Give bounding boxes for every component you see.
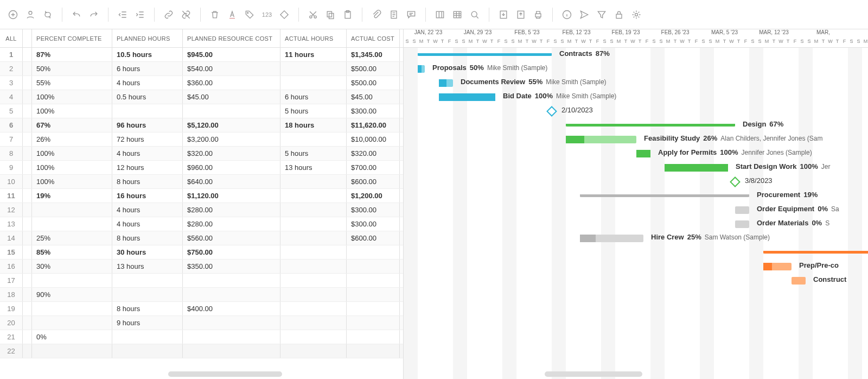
task-bar[interactable]	[792, 277, 806, 285]
cell-percent[interactable]	[32, 316, 112, 330]
cell-planned-hours[interactable]: 6 hours	[112, 62, 183, 75]
cell-planned-cost[interactable]: $750.00	[183, 245, 280, 259]
cell-actual-hours[interactable]: 6 hours	[280, 90, 347, 104]
cell-actual-hours[interactable]	[280, 316, 347, 330]
cell-actual-cost[interactable]	[347, 344, 400, 358]
tag-icon[interactable]	[242, 7, 257, 22]
cell-percent[interactable]: 0%	[32, 330, 112, 344]
cell-actual-hours[interactable]: 5 hours	[280, 147, 347, 160]
cell-actual-cost[interactable]: $300.00	[347, 217, 400, 231]
cell-planned-hours[interactable]: 16 hours	[112, 189, 183, 203]
cell-actual-cost[interactable]: $500.00	[347, 76, 400, 90]
table-row[interactable]: 355%4 hours$360.00$500.00	[0, 76, 403, 90]
cell-planned-hours[interactable]: 12 hours	[112, 161, 183, 174]
assign-icon[interactable]	[23, 7, 38, 22]
cell-actual-cost[interactable]: $10,000.00	[347, 132, 400, 146]
outdent-icon[interactable]	[115, 7, 130, 22]
cell-actual-hours[interactable]: 13 hours	[280, 161, 347, 174]
cell-planned-cost[interactable]	[183, 288, 280, 301]
link-icon[interactable]	[161, 7, 176, 22]
cell-percent[interactable]	[32, 344, 112, 358]
task-bar[interactable]	[735, 220, 749, 228]
cell-actual-cost[interactable]: $300.00	[347, 203, 400, 217]
copy-icon[interactable]	[323, 7, 338, 22]
col-actual-hours[interactable]: ACTUAL HOURS	[280, 29, 347, 47]
cell-actual-cost[interactable]: $300.00	[347, 104, 400, 118]
cell-planned-hours[interactable]: 72 hours	[112, 132, 183, 146]
cell-planned-hours[interactable]	[112, 288, 183, 301]
cell-percent[interactable]	[32, 302, 112, 315]
zoom-icon[interactable]	[467, 7, 482, 22]
print-icon[interactable]	[531, 7, 546, 22]
grid-icon[interactable]	[450, 7, 465, 22]
col-all[interactable]: ALL	[0, 29, 23, 47]
cell-actual-cost[interactable]: $1,345.00	[347, 48, 400, 61]
milestone-icon[interactable]	[730, 176, 741, 187]
table-row[interactable]: 187%10.5 hours$945.0011 hours$1,345.00	[0, 48, 403, 62]
task-bar[interactable]	[439, 79, 453, 87]
cell-actual-hours[interactable]	[280, 132, 347, 146]
cell-planned-hours[interactable]: 4 hours	[112, 203, 183, 217]
cell-actual-cost[interactable]: $1,200.00	[347, 189, 400, 203]
cell-percent[interactable]: 19%	[32, 189, 112, 203]
cell-actual-hours[interactable]	[280, 217, 347, 231]
cell-planned-hours[interactable]: 13 hours	[112, 260, 183, 273]
cell-planned-cost[interactable]	[183, 330, 280, 344]
summary-bar[interactable]	[566, 124, 735, 127]
cell-planned-hours[interactable]: 4 hours	[112, 147, 183, 160]
cell-actual-hours[interactable]	[280, 231, 347, 245]
task-bar[interactable]	[735, 206, 749, 214]
table-row[interactable]: 1630%13 hours$350.00	[0, 260, 403, 274]
cell-planned-hours[interactable]	[112, 104, 183, 118]
cell-planned-hours[interactable]	[112, 330, 183, 344]
cell-percent[interactable]: 67%	[32, 118, 112, 132]
cell-actual-hours[interactable]	[280, 203, 347, 217]
table-row[interactable]: 4100%0.5 hours$45.006 hours$45.00	[0, 90, 403, 104]
cell-planned-cost[interactable]: $280.00	[183, 217, 280, 231]
cell-percent[interactable]: 87%	[32, 48, 112, 61]
summary-bar[interactable]	[763, 251, 868, 254]
cell-actual-cost[interactable]: $11,620.00	[347, 118, 400, 132]
col-planned-hours[interactable]: PLANNED HOURS	[112, 29, 183, 47]
cell-actual-hours[interactable]: 18 hours	[280, 118, 347, 132]
cell-planned-cost[interactable]: $3,200.00	[183, 132, 280, 146]
cell-actual-hours[interactable]: 5 hours	[280, 104, 347, 118]
cell-actual-cost[interactable]: $600.00	[347, 175, 400, 188]
table-row[interactable]: 9100%12 hours$960.0013 hours$700.00	[0, 161, 403, 175]
cell-actual-hours[interactable]	[280, 330, 347, 344]
cell-percent[interactable]: 30%	[32, 260, 112, 273]
lock-icon[interactable]	[611, 7, 627, 22]
h-scrollbar[interactable]	[545, 371, 642, 377]
cell-percent[interactable]	[32, 203, 112, 217]
cell-percent[interactable]	[32, 217, 112, 231]
cell-percent[interactable]: 25%	[32, 231, 112, 245]
cell-actual-cost[interactable]	[347, 316, 400, 330]
cell-percent[interactable]: 50%	[32, 62, 112, 75]
indent-icon[interactable]	[132, 7, 148, 22]
table-row[interactable]: 8100%4 hours$320.005 hours$320.00	[0, 147, 403, 161]
table-row[interactable]: 1119%16 hours$1,120.00$1,200.00	[0, 189, 403, 203]
add-icon[interactable]	[5, 7, 21, 22]
table-row[interactable]: 726%72 hours$3,200.00$10,000.00	[0, 132, 403, 147]
table-row[interactable]: 250%6 hours$540.00$500.00	[0, 62, 403, 76]
comment-icon[interactable]	[404, 7, 419, 22]
cell-actual-cost[interactable]	[347, 302, 400, 315]
cell-actual-cost[interactable]	[347, 245, 400, 259]
cell-planned-cost[interactable]	[183, 104, 280, 118]
table-row[interactable]: 1890%	[0, 288, 403, 302]
cell-planned-cost[interactable]: $540.00	[183, 62, 280, 75]
cell-planned-hours[interactable]	[112, 274, 183, 287]
cell-actual-hours[interactable]: 11 hours	[280, 48, 347, 61]
cell-planned-hours[interactable]: 96 hours	[112, 118, 183, 132]
cell-percent[interactable]: 100%	[32, 161, 112, 174]
table-row[interactable]: 209 hours	[0, 316, 403, 330]
cell-actual-cost[interactable]: $600.00	[347, 231, 400, 245]
cell-planned-hours[interactable]: 8 hours	[112, 231, 183, 245]
cell-actual-cost[interactable]	[347, 288, 400, 301]
cell-percent[interactable]: 100%	[32, 90, 112, 104]
summary-bar[interactable]	[580, 194, 749, 197]
cell-planned-cost[interactable]	[183, 316, 280, 330]
attach-icon[interactable]	[369, 7, 384, 22]
table-row[interactable]: 1585%30 hours$750.00	[0, 245, 403, 260]
table-row[interactable]: 667%96 hours$5,120.0018 hours$11,620.00	[0, 118, 403, 132]
